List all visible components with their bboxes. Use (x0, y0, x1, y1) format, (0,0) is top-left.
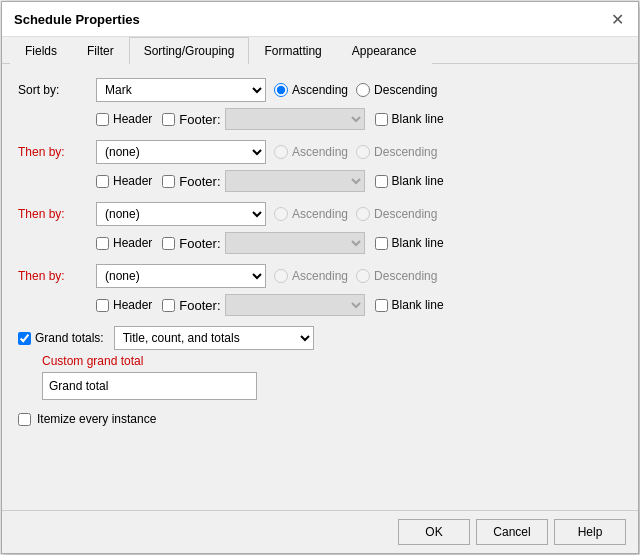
sort-header-label: Header (113, 112, 152, 126)
sort-blank-line-checkbox[interactable] (375, 113, 388, 126)
then-by-row-3: Then by: (none) Ascending Descending (18, 264, 622, 288)
tab-formatting[interactable]: Formatting (249, 37, 336, 64)
then1-sub-row: Header Footer: Blank line (18, 170, 622, 192)
then3-ascending-group: Ascending (274, 269, 348, 283)
then1-footer-label: Footer: (179, 174, 220, 189)
then-by-select-2[interactable]: (none) (96, 202, 266, 226)
then3-ascending-radio[interactable] (274, 269, 288, 283)
then2-header-item: Header (96, 236, 152, 250)
then-by-group-2: Then by: (none) Ascending Descending Hea… (18, 202, 622, 254)
sort-footer-checkbox[interactable] (162, 113, 175, 126)
sort-descending-radio[interactable] (356, 83, 370, 97)
then3-footer-select[interactable] (225, 294, 365, 316)
sort-descending-label: Descending (374, 83, 437, 97)
then3-footer-label: Footer: (179, 298, 220, 313)
grand-totals-checkbox[interactable] (18, 332, 31, 345)
then-by-row-1: Then by: (none) Ascending Descending (18, 140, 622, 164)
then1-header-label: Header (113, 174, 152, 188)
close-button[interactable]: ✕ (608, 10, 626, 28)
tab-sorting-grouping[interactable]: Sorting/Grouping (129, 37, 250, 64)
sort-ascending-radio[interactable] (274, 83, 288, 97)
itemize-checkbox[interactable] (18, 413, 31, 426)
then3-header-checkbox[interactable] (96, 299, 109, 312)
then3-descending-group: Descending (356, 269, 437, 283)
then3-descending-radio[interactable] (356, 269, 370, 283)
then-by-select-1[interactable]: (none) (96, 140, 266, 164)
then3-blank-line-checkbox[interactable] (375, 299, 388, 312)
then1-blank-line-label: Blank line (392, 174, 444, 188)
tab-filter[interactable]: Filter (72, 37, 129, 64)
sort-by-sub-row: Header Footer: Blank line (18, 108, 622, 130)
then3-blank-line-label: Blank line (392, 298, 444, 312)
sort-by-select[interactable]: Mark (96, 78, 266, 102)
then-by-label-1: Then by: (18, 145, 88, 159)
sort-footer-group: Footer: (162, 108, 364, 130)
then2-descending-radio[interactable] (356, 207, 370, 221)
then1-ascending-group: Ascending (274, 145, 348, 159)
then-by-label-3: Then by: (18, 269, 88, 283)
grand-totals-label: Grand totals: (35, 331, 104, 345)
then2-descending-group: Descending (356, 207, 437, 221)
then1-ascending-radio[interactable] (274, 145, 288, 159)
then3-descending-label: Descending (374, 269, 437, 283)
then1-footer-checkbox[interactable] (162, 175, 175, 188)
sort-footer-select[interactable] (225, 108, 365, 130)
then2-footer-select[interactable] (225, 232, 365, 254)
then3-footer-group: Footer: (162, 294, 364, 316)
then2-footer-group: Footer: (162, 232, 364, 254)
itemize-row: Itemize every instance (18, 412, 622, 426)
then1-footer-group: Footer: (162, 170, 364, 192)
then2-ascending-group: Ascending (274, 207, 348, 221)
then2-header-checkbox[interactable] (96, 237, 109, 250)
sort-ascending-label: Ascending (292, 83, 348, 97)
sort-header-item: Header (96, 112, 152, 126)
then1-ascending-label: Ascending (292, 145, 348, 159)
then-by-row-2: Then by: (none) Ascending Descending (18, 202, 622, 226)
then1-header-checkbox[interactable] (96, 175, 109, 188)
sort-blank-line-item: Blank line (375, 112, 444, 126)
sort-header-checkbox[interactable] (96, 113, 109, 126)
sort-descending-group: Descending (356, 83, 437, 97)
content-area: Sort by: Mark Ascending Descending Heade… (2, 64, 638, 510)
then3-footer-checkbox[interactable] (162, 299, 175, 312)
then2-descending-label: Descending (374, 207, 437, 221)
then1-descending-label: Descending (374, 145, 437, 159)
then3-header-label: Header (113, 298, 152, 312)
then2-ascending-radio[interactable] (274, 207, 288, 221)
grand-totals-select[interactable]: Title, count, and totals Title and count… (114, 326, 314, 350)
then1-blank-line-checkbox[interactable] (375, 175, 388, 188)
then1-descending-radio[interactable] (356, 145, 370, 159)
tab-appearance[interactable]: Appearance (337, 37, 432, 64)
cancel-button[interactable]: Cancel (476, 519, 548, 545)
then-by-label-2: Then by: (18, 207, 88, 221)
title-bar: Schedule Properties ✕ (2, 2, 638, 37)
schedule-properties-dialog: Schedule Properties ✕ Fields Filter Sort… (1, 1, 639, 554)
then3-blank-line-item: Blank line (375, 298, 444, 312)
then1-footer-select[interactable] (225, 170, 365, 192)
then2-sub-row: Header Footer: Blank line (18, 232, 622, 254)
tab-bar: Fields Filter Sorting/Grouping Formattin… (2, 37, 638, 64)
itemize-label: Itemize every instance (37, 412, 156, 426)
then2-footer-checkbox[interactable] (162, 237, 175, 250)
then2-footer-label: Footer: (179, 236, 220, 251)
help-button[interactable]: Help (554, 519, 626, 545)
footer-bar: OK Cancel Help (2, 510, 638, 553)
then-by-group-1: Then by: (none) Ascending Descending Hea… (18, 140, 622, 192)
then-by-select-3[interactable]: (none) (96, 264, 266, 288)
then1-blank-line-item: Blank line (375, 174, 444, 188)
custom-grand-total-label: Custom grand total (42, 354, 622, 368)
sort-blank-line-label: Blank line (392, 112, 444, 126)
sort-ascending-group: Ascending (274, 83, 348, 97)
then3-sub-row: Header Footer: Blank line (18, 294, 622, 316)
then3-ascending-label: Ascending (292, 269, 348, 283)
sort-by-group: Sort by: Mark Ascending Descending Heade… (18, 78, 622, 130)
tab-fields[interactable]: Fields (10, 37, 72, 64)
then2-ascending-label: Ascending (292, 207, 348, 221)
sort-by-label: Sort by: (18, 83, 88, 97)
custom-grand-total-input[interactable] (42, 372, 257, 400)
then3-header-item: Header (96, 298, 152, 312)
ok-button[interactable]: OK (398, 519, 470, 545)
then-by-group-3: Then by: (none) Ascending Descending Hea… (18, 264, 622, 316)
then2-blank-line-checkbox[interactable] (375, 237, 388, 250)
then2-blank-line-item: Blank line (375, 236, 444, 250)
